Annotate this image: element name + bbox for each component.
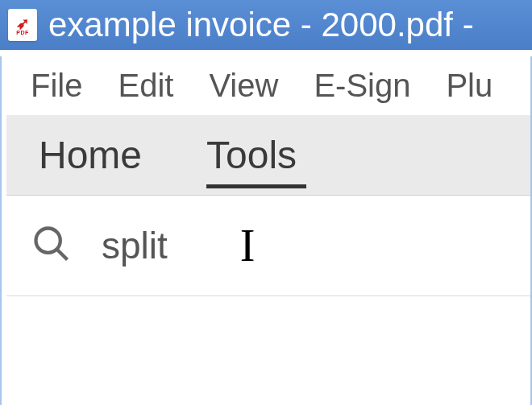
- menu-edit[interactable]: Edit: [100, 64, 191, 107]
- search-row: split I: [6, 196, 530, 296]
- title-bar: ➶ PDF example invoice - 2000.pdf -: [0, 0, 532, 50]
- search-input-value: split: [102, 224, 168, 267]
- tab-tools[interactable]: Tools: [174, 115, 329, 195]
- svg-point-0: [36, 229, 60, 253]
- content-area: [6, 296, 530, 377]
- menu-file[interactable]: File: [13, 64, 100, 107]
- pdf-icon-label: PDF: [16, 30, 29, 35]
- search-icon: [31, 223, 73, 268]
- text-caret-icon: I: [240, 223, 256, 268]
- svg-line-1: [57, 250, 68, 260]
- search-input[interactable]: split I: [102, 223, 255, 268]
- pdf-app-icon: ➶ PDF: [8, 9, 37, 41]
- tab-home[interactable]: Home: [6, 115, 174, 195]
- app-client-area: File Edit View E-Sign Plu Home Tools spl…: [0, 56, 532, 405]
- menu-bar: File Edit View E-Sign Plu: [6, 56, 530, 110]
- window-title: example invoice - 2000.pdf -: [48, 6, 474, 44]
- menu-plugins[interactable]: Plu: [428, 64, 510, 107]
- menu-view[interactable]: View: [191, 64, 296, 107]
- pdf-icon-symbol: ➶: [16, 15, 30, 31]
- tab-bar: Home Tools: [6, 115, 530, 196]
- menu-esign[interactable]: E-Sign: [296, 64, 428, 107]
